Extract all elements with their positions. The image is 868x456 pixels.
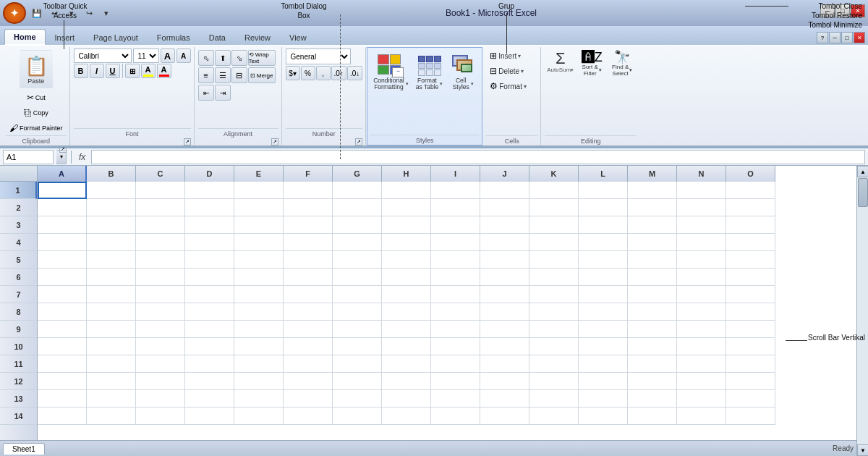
- comma-button[interactable]: ,: [316, 66, 331, 80]
- merge-center[interactable]: ⊡ Merge: [248, 67, 276, 83]
- name-box[interactable]: A1: [3, 150, 54, 164]
- col-header-m[interactable]: M: [628, 166, 677, 182]
- col-header-d[interactable]: D: [185, 166, 234, 182]
- row-num-13[interactable]: 13: [0, 390, 37, 408]
- cell-l1[interactable]: [579, 182, 628, 199]
- customize-button[interactable]: ▾: [98, 6, 114, 20]
- col-header-j[interactable]: J: [480, 166, 529, 182]
- scroll-up-button[interactable]: ▲: [857, 166, 868, 177]
- col-header-c[interactable]: C: [136, 166, 185, 182]
- shrink-font-button[interactable]: A: [176, 48, 191, 63]
- clipboard-dialog-launcher[interactable]: ↗: [59, 145, 67, 153]
- col-header-h[interactable]: H: [382, 166, 431, 182]
- row-num-1[interactable]: 1: [0, 182, 37, 199]
- cell-n1[interactable]: [677, 182, 726, 199]
- row-num-2[interactable]: 2: [0, 199, 37, 216]
- tab-home[interactable]: Home: [4, 29, 46, 45]
- row-num-3[interactable]: 3: [0, 216, 37, 234]
- col-header-k[interactable]: K: [529, 166, 579, 182]
- minimize-button[interactable]: ─: [820, 4, 835, 17]
- cut-button[interactable]: ✂ Cut: [23, 90, 49, 105]
- accounting-button[interactable]: $▾: [286, 66, 300, 80]
- row-num-5[interactable]: 5: [0, 251, 37, 269]
- tab-page-layout[interactable]: Page Layout: [84, 30, 148, 45]
- paste-button[interactable]: 📋 Paste: [20, 50, 53, 89]
- number-dialog-launcher[interactable]: ↗: [355, 138, 362, 145]
- undo-arrow[interactable]: ▾: [64, 6, 80, 20]
- conditional-formatting-button[interactable]: ⁻ ConditionalFormatting ▾: [370, 49, 412, 93]
- fill-color-button[interactable]: A: [141, 64, 156, 78]
- row-num-7[interactable]: 7: [0, 286, 37, 303]
- help-button[interactable]: ?: [817, 32, 828, 43]
- underline-button[interactable]: U: [106, 64, 120, 78]
- tab-insert[interactable]: Insert: [46, 30, 85, 45]
- align-left[interactable]: ≡: [198, 67, 214, 83]
- increase-indent[interactable]: ⇥: [215, 85, 231, 101]
- delete-button[interactable]: ⊟ Delete ▾: [486, 64, 537, 78]
- cell-h1[interactable]: [382, 182, 431, 199]
- col-header-n[interactable]: N: [677, 166, 726, 182]
- row-num-10[interactable]: 10: [0, 338, 37, 355]
- vertical-scrollbar[interactable]: ▲ ▼: [856, 166, 868, 456]
- undo-button[interactable]: ↩: [46, 6, 62, 20]
- scroll-thumb[interactable]: [858, 178, 868, 207]
- col-header-g[interactable]: G: [333, 166, 382, 182]
- col-header-f[interactable]: F: [284, 166, 333, 182]
- cell-f1[interactable]: [284, 182, 333, 199]
- col-header-b[interactable]: B: [87, 166, 136, 182]
- cell-e1[interactable]: [234, 182, 284, 199]
- col-header-e[interactable]: E: [234, 166, 284, 182]
- inner-minimize[interactable]: ─: [829, 32, 841, 43]
- align-top-center[interactable]: ⬆: [215, 50, 231, 66]
- alignment-dialog-launcher[interactable]: ↗: [271, 138, 278, 145]
- inner-close[interactable]: ✕: [854, 32, 865, 43]
- col-header-i[interactable]: I: [431, 166, 480, 182]
- format-painter-button[interactable]: 🖌 Format Painter: [6, 121, 67, 135]
- font-size-select[interactable]: 11: [133, 48, 159, 63]
- cell-d1[interactable]: [185, 182, 234, 199]
- font-dialog-launcher[interactable]: ↗: [184, 138, 191, 145]
- row-num-12[interactable]: 12: [0, 373, 37, 390]
- redo-button[interactable]: ↪: [81, 6, 97, 20]
- bold-button[interactable]: B: [74, 64, 88, 78]
- border-button[interactable]: ⊞: [125, 64, 140, 78]
- tab-view[interactable]: View: [280, 30, 316, 45]
- grow-font-button[interactable]: A: [161, 48, 175, 63]
- cell-o1[interactable]: [726, 182, 775, 199]
- row-num-8[interactable]: 8: [0, 303, 37, 321]
- cell-g1[interactable]: [333, 182, 382, 199]
- office-button[interactable]: ✦: [3, 2, 26, 24]
- font-name-select[interactable]: Calibri: [74, 48, 132, 63]
- cell-k1[interactable]: [529, 182, 579, 199]
- cell-i1[interactable]: [431, 182, 480, 199]
- find-select-button[interactable]: 🔭 Find &Select▾: [608, 48, 637, 79]
- align-top-right[interactable]: ⬂: [231, 50, 247, 66]
- insert-button[interactable]: ⊞ Insert ▾: [486, 48, 537, 63]
- font-color-button[interactable]: A: [157, 64, 171, 78]
- scroll-track[interactable]: [857, 177, 868, 444]
- cell-styles-button[interactable]: CellStyles ▾: [447, 49, 479, 93]
- align-right[interactable]: ⊟: [231, 67, 247, 83]
- decrease-decimal[interactable]: .0↓: [347, 66, 362, 80]
- col-header-l[interactable]: L: [579, 166, 628, 182]
- corner-cell[interactable]: [0, 166, 38, 182]
- formula-input[interactable]: [91, 150, 865, 164]
- sort-filter-button[interactable]: 🅰Z Sort &Filter▾: [577, 48, 606, 79]
- row-num-4[interactable]: 4: [0, 234, 37, 251]
- row-num-9[interactable]: 9: [0, 321, 37, 338]
- sheet-tab-1[interactable]: Sheet1: [3, 443, 45, 455]
- percent-button[interactable]: %: [301, 66, 315, 80]
- align-center[interactable]: ☰: [215, 67, 231, 83]
- row-num-11[interactable]: 11: [0, 355, 37, 373]
- scroll-down-button[interactable]: ▼: [857, 444, 868, 456]
- format-button[interactable]: ⚙ Format ▾: [486, 79, 537, 93]
- cell-b1[interactable]: [87, 182, 136, 199]
- format-table-button[interactable]: Formatas Table ▾: [413, 49, 446, 93]
- decrease-indent[interactable]: ⇤: [198, 85, 214, 101]
- cell-c1[interactable]: [136, 182, 185, 199]
- autosum-button[interactable]: Σ AutoSum▾: [545, 48, 576, 75]
- col-header-o[interactable]: O: [726, 166, 775, 182]
- close-button[interactable]: ✕: [851, 4, 865, 17]
- col-header-a[interactable]: A: [38, 166, 87, 182]
- align-top-left[interactable]: ⬁: [198, 50, 214, 66]
